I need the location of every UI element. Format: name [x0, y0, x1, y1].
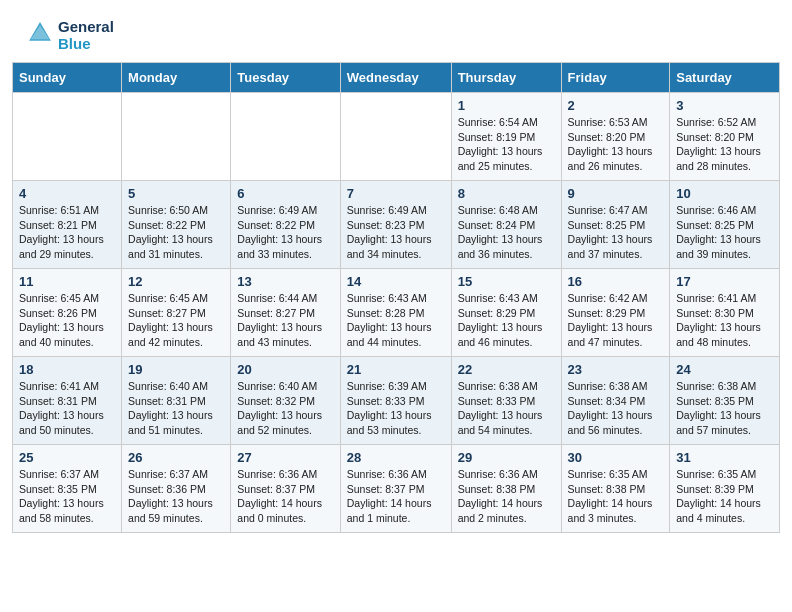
- calendar-day-27: 27Sunrise: 6:36 AM Sunset: 8:37 PM Dayli…: [231, 445, 340, 533]
- weekday-header-monday: Monday: [122, 63, 231, 93]
- day-number: 11: [19, 274, 115, 289]
- calendar-week-3: 11Sunrise: 6:45 AM Sunset: 8:26 PM Dayli…: [13, 269, 780, 357]
- calendar-container: SundayMondayTuesdayWednesdayThursdayFrid…: [0, 62, 792, 545]
- calendar-day-26: 26Sunrise: 6:37 AM Sunset: 8:36 PM Dayli…: [122, 445, 231, 533]
- day-number: 1: [458, 98, 555, 113]
- calendar-day-16: 16Sunrise: 6:42 AM Sunset: 8:29 PM Dayli…: [561, 269, 670, 357]
- day-detail: Sunrise: 6:50 AM Sunset: 8:22 PM Dayligh…: [128, 203, 224, 262]
- calendar-day-7: 7Sunrise: 6:49 AM Sunset: 8:23 PM Daylig…: [340, 181, 451, 269]
- calendar-day-15: 15Sunrise: 6:43 AM Sunset: 8:29 PM Dayli…: [451, 269, 561, 357]
- logo-icon: [26, 19, 54, 47]
- day-number: 25: [19, 450, 115, 465]
- calendar-day-8: 8Sunrise: 6:48 AM Sunset: 8:24 PM Daylig…: [451, 181, 561, 269]
- day-number: 29: [458, 450, 555, 465]
- weekday-header-wednesday: Wednesday: [340, 63, 451, 93]
- day-number: 17: [676, 274, 773, 289]
- day-number: 7: [347, 186, 445, 201]
- day-detail: Sunrise: 6:36 AM Sunset: 8:37 PM Dayligh…: [347, 467, 445, 526]
- day-number: 20: [237, 362, 333, 377]
- day-detail: Sunrise: 6:47 AM Sunset: 8:25 PM Dayligh…: [568, 203, 664, 262]
- day-number: 31: [676, 450, 773, 465]
- calendar-day-23: 23Sunrise: 6:38 AM Sunset: 8:34 PM Dayli…: [561, 357, 670, 445]
- calendar-day-30: 30Sunrise: 6:35 AM Sunset: 8:38 PM Dayli…: [561, 445, 670, 533]
- day-number: 4: [19, 186, 115, 201]
- day-detail: Sunrise: 6:37 AM Sunset: 8:35 PM Dayligh…: [19, 467, 115, 526]
- day-number: 15: [458, 274, 555, 289]
- calendar-day-29: 29Sunrise: 6:36 AM Sunset: 8:38 PM Dayli…: [451, 445, 561, 533]
- calendar-empty: [340, 93, 451, 181]
- weekday-header-sunday: Sunday: [13, 63, 122, 93]
- calendar-day-11: 11Sunrise: 6:45 AM Sunset: 8:26 PM Dayli…: [13, 269, 122, 357]
- logo: General Blue: [24, 18, 114, 52]
- day-number: 16: [568, 274, 664, 289]
- day-detail: Sunrise: 6:44 AM Sunset: 8:27 PM Dayligh…: [237, 291, 333, 350]
- day-detail: Sunrise: 6:36 AM Sunset: 8:37 PM Dayligh…: [237, 467, 333, 526]
- page-header: General Blue: [0, 0, 792, 62]
- day-detail: Sunrise: 6:40 AM Sunset: 8:31 PM Dayligh…: [128, 379, 224, 438]
- day-number: 26: [128, 450, 224, 465]
- day-detail: Sunrise: 6:40 AM Sunset: 8:32 PM Dayligh…: [237, 379, 333, 438]
- svg-marker-1: [31, 25, 50, 39]
- day-detail: Sunrise: 6:45 AM Sunset: 8:26 PM Dayligh…: [19, 291, 115, 350]
- calendar-header: SundayMondayTuesdayWednesdayThursdayFrid…: [13, 63, 780, 93]
- calendar-day-1: 1Sunrise: 6:54 AM Sunset: 8:19 PM Daylig…: [451, 93, 561, 181]
- calendar-week-4: 18Sunrise: 6:41 AM Sunset: 8:31 PM Dayli…: [13, 357, 780, 445]
- day-number: 5: [128, 186, 224, 201]
- day-number: 13: [237, 274, 333, 289]
- day-detail: Sunrise: 6:38 AM Sunset: 8:35 PM Dayligh…: [676, 379, 773, 438]
- calendar-day-6: 6Sunrise: 6:49 AM Sunset: 8:22 PM Daylig…: [231, 181, 340, 269]
- calendar-day-19: 19Sunrise: 6:40 AM Sunset: 8:31 PM Dayli…: [122, 357, 231, 445]
- day-number: 24: [676, 362, 773, 377]
- calendar-day-17: 17Sunrise: 6:41 AM Sunset: 8:30 PM Dayli…: [670, 269, 780, 357]
- day-detail: Sunrise: 6:38 AM Sunset: 8:33 PM Dayligh…: [458, 379, 555, 438]
- day-number: 30: [568, 450, 664, 465]
- day-detail: Sunrise: 6:35 AM Sunset: 8:38 PM Dayligh…: [568, 467, 664, 526]
- day-number: 6: [237, 186, 333, 201]
- day-number: 23: [568, 362, 664, 377]
- calendar-day-22: 22Sunrise: 6:38 AM Sunset: 8:33 PM Dayli…: [451, 357, 561, 445]
- day-detail: Sunrise: 6:48 AM Sunset: 8:24 PM Dayligh…: [458, 203, 555, 262]
- day-number: 3: [676, 98, 773, 113]
- day-number: 10: [676, 186, 773, 201]
- day-detail: Sunrise: 6:36 AM Sunset: 8:38 PM Dayligh…: [458, 467, 555, 526]
- day-detail: Sunrise: 6:41 AM Sunset: 8:30 PM Dayligh…: [676, 291, 773, 350]
- day-number: 12: [128, 274, 224, 289]
- day-detail: Sunrise: 6:53 AM Sunset: 8:20 PM Dayligh…: [568, 115, 664, 174]
- logo-blue: Blue: [58, 35, 114, 52]
- day-detail: Sunrise: 6:43 AM Sunset: 8:29 PM Dayligh…: [458, 291, 555, 350]
- calendar-day-4: 4Sunrise: 6:51 AM Sunset: 8:21 PM Daylig…: [13, 181, 122, 269]
- day-detail: Sunrise: 6:54 AM Sunset: 8:19 PM Dayligh…: [458, 115, 555, 174]
- day-number: 21: [347, 362, 445, 377]
- day-number: 19: [128, 362, 224, 377]
- calendar-day-20: 20Sunrise: 6:40 AM Sunset: 8:32 PM Dayli…: [231, 357, 340, 445]
- logo-general: General: [58, 18, 114, 35]
- calendar-empty: [122, 93, 231, 181]
- day-number: 8: [458, 186, 555, 201]
- day-number: 22: [458, 362, 555, 377]
- day-detail: Sunrise: 6:38 AM Sunset: 8:34 PM Dayligh…: [568, 379, 664, 438]
- day-detail: Sunrise: 6:45 AM Sunset: 8:27 PM Dayligh…: [128, 291, 224, 350]
- day-number: 14: [347, 274, 445, 289]
- day-number: 27: [237, 450, 333, 465]
- calendar-day-14: 14Sunrise: 6:43 AM Sunset: 8:28 PM Dayli…: [340, 269, 451, 357]
- weekday-header-tuesday: Tuesday: [231, 63, 340, 93]
- calendar-empty: [13, 93, 122, 181]
- calendar-day-9: 9Sunrise: 6:47 AM Sunset: 8:25 PM Daylig…: [561, 181, 670, 269]
- day-detail: Sunrise: 6:52 AM Sunset: 8:20 PM Dayligh…: [676, 115, 773, 174]
- day-number: 18: [19, 362, 115, 377]
- calendar-day-28: 28Sunrise: 6:36 AM Sunset: 8:37 PM Dayli…: [340, 445, 451, 533]
- day-detail: Sunrise: 6:43 AM Sunset: 8:28 PM Dayligh…: [347, 291, 445, 350]
- calendar-day-13: 13Sunrise: 6:44 AM Sunset: 8:27 PM Dayli…: [231, 269, 340, 357]
- calendar-empty: [231, 93, 340, 181]
- day-detail: Sunrise: 6:49 AM Sunset: 8:22 PM Dayligh…: [237, 203, 333, 262]
- calendar-day-3: 3Sunrise: 6:52 AM Sunset: 8:20 PM Daylig…: [670, 93, 780, 181]
- calendar-day-12: 12Sunrise: 6:45 AM Sunset: 8:27 PM Dayli…: [122, 269, 231, 357]
- calendar-week-5: 25Sunrise: 6:37 AM Sunset: 8:35 PM Dayli…: [13, 445, 780, 533]
- day-number: 2: [568, 98, 664, 113]
- day-detail: Sunrise: 6:51 AM Sunset: 8:21 PM Dayligh…: [19, 203, 115, 262]
- day-detail: Sunrise: 6:35 AM Sunset: 8:39 PM Dayligh…: [676, 467, 773, 526]
- day-number: 28: [347, 450, 445, 465]
- calendar-day-18: 18Sunrise: 6:41 AM Sunset: 8:31 PM Dayli…: [13, 357, 122, 445]
- day-detail: Sunrise: 6:46 AM Sunset: 8:25 PM Dayligh…: [676, 203, 773, 262]
- day-detail: Sunrise: 6:37 AM Sunset: 8:36 PM Dayligh…: [128, 467, 224, 526]
